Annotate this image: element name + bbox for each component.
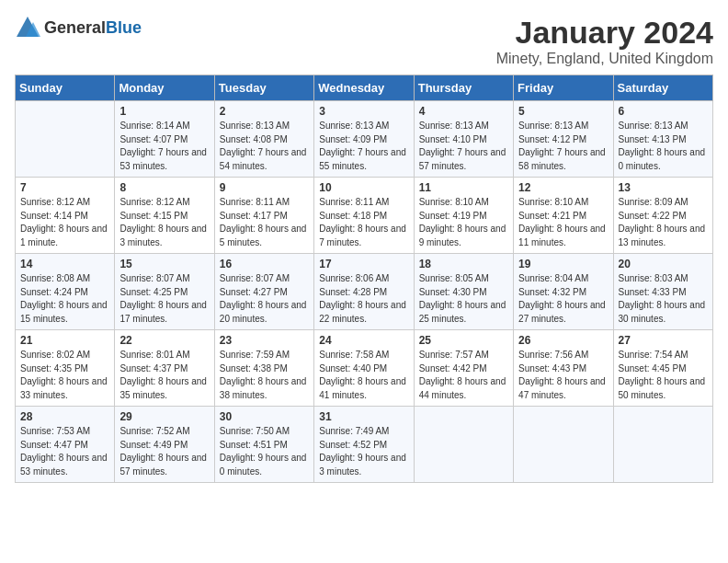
day-number: 6 [619, 105, 708, 118]
logo-text: GeneralBlue [44, 18, 142, 38]
calendar-cell [414, 407, 513, 483]
calendar-cell: 18Sunrise: 8:05 AMSunset: 4:30 PMDayligh… [414, 254, 513, 330]
logo-general: General [44, 18, 106, 37]
day-number: 9 [220, 181, 309, 194]
day-info: Sunrise: 8:08 AMSunset: 4:24 PMDaylight:… [20, 272, 109, 326]
day-info: Sunrise: 8:02 AMSunset: 4:35 PMDaylight:… [20, 349, 109, 402]
calendar-cell: 28Sunrise: 7:53 AMSunset: 4:47 PMDayligh… [16, 407, 115, 483]
week-row-2: 7Sunrise: 8:12 AMSunset: 4:14 PMDaylight… [16, 178, 713, 254]
day-info: Sunrise: 8:13 AMSunset: 4:12 PMDaylight:… [518, 120, 608, 173]
calendar-cell: 23Sunrise: 7:59 AMSunset: 4:38 PMDayligh… [214, 330, 313, 407]
day-number: 10 [319, 181, 408, 194]
day-number: 18 [419, 258, 508, 270]
calendar-cell: 22Sunrise: 8:01 AMSunset: 4:37 PMDayligh… [115, 330, 214, 407]
day-number: 25 [419, 334, 508, 347]
calendar-cell: 1Sunrise: 8:14 AMSunset: 4:07 PMDaylight… [115, 101, 214, 178]
day-number: 11 [419, 181, 508, 194]
day-number: 19 [518, 258, 608, 270]
calendar-cell: 20Sunrise: 8:03 AMSunset: 4:33 PMDayligh… [613, 254, 712, 330]
day-info: Sunrise: 8:07 AMSunset: 4:25 PMDaylight:… [119, 272, 209, 326]
day-number: 15 [119, 258, 209, 270]
day-number: 5 [518, 105, 608, 118]
day-number: 26 [518, 334, 608, 347]
calendar-cell: 14Sunrise: 8:08 AMSunset: 4:24 PMDayligh… [16, 254, 115, 330]
calendar-cell: 21Sunrise: 8:02 AMSunset: 4:35 PMDayligh… [16, 330, 115, 407]
calendar-cell: 27Sunrise: 7:54 AMSunset: 4:45 PMDayligh… [613, 330, 712, 407]
day-number: 30 [220, 410, 309, 423]
day-info: Sunrise: 8:05 AMSunset: 4:30 PMDaylight:… [419, 272, 508, 326]
day-info: Sunrise: 8:12 AMSunset: 4:14 PMDaylight:… [20, 196, 109, 249]
day-info: Sunrise: 8:04 AMSunset: 4:32 PMDaylight:… [518, 272, 608, 326]
day-info: Sunrise: 8:14 AMSunset: 4:07 PMDaylight:… [119, 120, 209, 173]
day-info: Sunrise: 8:13 AMSunset: 4:10 PMDaylight:… [419, 120, 508, 173]
day-info: Sunrise: 8:13 AMSunset: 4:13 PMDaylight:… [619, 120, 708, 173]
calendar-cell: 17Sunrise: 8:06 AMSunset: 4:28 PMDayligh… [314, 254, 414, 330]
weekday-header-saturday: Saturday [613, 75, 712, 101]
day-number: 17 [319, 258, 408, 270]
day-number: 4 [419, 105, 508, 118]
day-number: 1 [119, 105, 209, 118]
day-number: 2 [220, 105, 309, 118]
calendar-cell: 12Sunrise: 8:10 AMSunset: 4:21 PMDayligh… [514, 178, 613, 254]
calendar-cell: 11Sunrise: 8:10 AMSunset: 4:19 PMDayligh… [414, 178, 513, 254]
day-info: Sunrise: 8:07 AMSunset: 4:27 PMDaylight:… [220, 272, 309, 326]
day-number: 3 [319, 105, 408, 118]
calendar-cell: 8Sunrise: 8:12 AMSunset: 4:15 PMDaylight… [115, 178, 214, 254]
calendar-cell: 31Sunrise: 7:49 AMSunset: 4:52 PMDayligh… [314, 407, 414, 483]
day-number: 16 [220, 258, 309, 270]
calendar-cell: 15Sunrise: 8:07 AMSunset: 4:25 PMDayligh… [115, 254, 214, 330]
calendar-cell [514, 407, 613, 483]
calendar-cell [613, 407, 712, 483]
day-info: Sunrise: 8:13 AMSunset: 4:08 PMDaylight:… [220, 120, 309, 173]
day-number: 24 [319, 334, 408, 347]
day-info: Sunrise: 8:10 AMSunset: 4:21 PMDaylight:… [518, 196, 608, 249]
logo-icon [15, 15, 40, 40]
day-info: Sunrise: 8:11 AMSunset: 4:17 PMDaylight:… [220, 196, 309, 249]
calendar-cell: 3Sunrise: 8:13 AMSunset: 4:09 PMDaylight… [314, 101, 414, 178]
day-number: 22 [119, 334, 209, 347]
day-number: 31 [319, 410, 408, 423]
day-info: Sunrise: 7:50 AMSunset: 4:51 PMDaylight:… [220, 425, 309, 478]
calendar-cell: 24Sunrise: 7:58 AMSunset: 4:40 PMDayligh… [314, 330, 414, 407]
day-number: 7 [20, 181, 109, 194]
weekday-header-wednesday: Wednesday [314, 75, 414, 101]
day-info: Sunrise: 7:58 AMSunset: 4:40 PMDaylight:… [319, 349, 408, 402]
page-header: GeneralBlue January 2024 Minety, England… [15, 15, 713, 67]
week-row-4: 21Sunrise: 8:02 AMSunset: 4:35 PMDayligh… [16, 330, 713, 407]
day-info: Sunrise: 7:59 AMSunset: 4:38 PMDaylight:… [220, 349, 309, 402]
calendar-cell: 13Sunrise: 8:09 AMSunset: 4:22 PMDayligh… [613, 178, 712, 254]
day-info: Sunrise: 8:12 AMSunset: 4:15 PMDaylight:… [119, 196, 209, 249]
week-row-1: 1Sunrise: 8:14 AMSunset: 4:07 PMDaylight… [16, 101, 713, 178]
day-info: Sunrise: 8:13 AMSunset: 4:09 PMDaylight:… [319, 120, 408, 173]
calendar-cell: 9Sunrise: 8:11 AMSunset: 4:17 PMDaylight… [214, 178, 313, 254]
calendar-cell: 5Sunrise: 8:13 AMSunset: 4:12 PMDaylight… [514, 101, 613, 178]
day-info: Sunrise: 8:06 AMSunset: 4:28 PMDaylight:… [319, 272, 408, 326]
day-number: 20 [619, 258, 708, 270]
day-info: Sunrise: 7:49 AMSunset: 4:52 PMDaylight:… [319, 425, 408, 478]
day-info: Sunrise: 8:11 AMSunset: 4:18 PMDaylight:… [319, 196, 408, 249]
day-number: 29 [119, 410, 209, 423]
day-info: Sunrise: 8:03 AMSunset: 4:33 PMDaylight:… [619, 272, 708, 326]
calendar-cell: 4Sunrise: 8:13 AMSunset: 4:10 PMDaylight… [414, 101, 513, 178]
weekday-header-row: SundayMondayTuesdayWednesdayThursdayFrid… [16, 75, 713, 101]
calendar-cell: 7Sunrise: 8:12 AMSunset: 4:14 PMDaylight… [16, 178, 115, 254]
day-number: 14 [20, 258, 109, 270]
weekday-header-thursday: Thursday [414, 75, 513, 101]
calendar-cell: 2Sunrise: 8:13 AMSunset: 4:08 PMDaylight… [214, 101, 313, 178]
day-number: 12 [518, 181, 608, 194]
title-area: January 2024 Minety, England, United Kin… [496, 15, 713, 67]
calendar-cell: 30Sunrise: 7:50 AMSunset: 4:51 PMDayligh… [214, 407, 313, 483]
day-info: Sunrise: 8:01 AMSunset: 4:37 PMDaylight:… [119, 349, 209, 402]
day-info: Sunrise: 7:56 AMSunset: 4:43 PMDaylight:… [518, 349, 608, 402]
day-number: 21 [20, 334, 109, 347]
day-info: Sunrise: 8:10 AMSunset: 4:19 PMDaylight:… [419, 196, 508, 249]
calendar-cell [16, 101, 115, 178]
day-info: Sunrise: 7:54 AMSunset: 4:45 PMDaylight:… [619, 349, 708, 402]
day-number: 28 [20, 410, 109, 423]
day-number: 8 [119, 181, 209, 194]
weekday-header-sunday: Sunday [16, 75, 115, 101]
calendar-cell: 25Sunrise: 7:57 AMSunset: 4:42 PMDayligh… [414, 330, 513, 407]
calendar-cell: 6Sunrise: 8:13 AMSunset: 4:13 PMDaylight… [613, 101, 712, 178]
day-info: Sunrise: 8:09 AMSunset: 4:22 PMDaylight:… [619, 196, 708, 249]
day-number: 27 [619, 334, 708, 347]
